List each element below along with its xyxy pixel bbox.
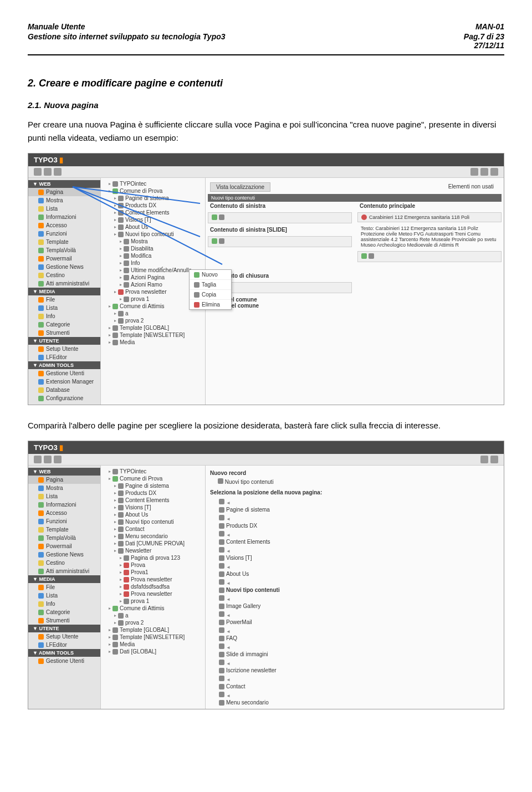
- tree-item[interactable]: ▸prova 2: [103, 317, 203, 324]
- insert-arrow-icon[interactable]: [226, 612, 232, 616]
- context-menu-item[interactable]: Nuovo: [190, 270, 231, 280]
- module-item[interactable]: File: [28, 583, 100, 591]
- select-page-item[interactable]: Contact: [208, 682, 502, 691]
- insert-arrow-icon[interactable]: [226, 532, 232, 536]
- module-group[interactable]: ▼ ADMIN TOOLS: [28, 361, 100, 369]
- module-item[interactable]: TemplaVoilà: [28, 534, 100, 542]
- tree-item[interactable]: ▸About Us: [103, 511, 203, 518]
- tree-item[interactable]: ▸Prova newsletter: [103, 590, 203, 597]
- module-item[interactable]: Informazioni: [28, 500, 100, 509]
- module-group[interactable]: ▼ UTENTE: [28, 625, 100, 632]
- context-menu-item[interactable]: Elimina: [190, 300, 231, 309]
- expand-icon[interactable]: ▸: [114, 311, 116, 316]
- select-page-item[interactable]: Visions [T]: [208, 554, 502, 562]
- expand-icon[interactable]: ▸: [114, 527, 116, 532]
- module-item[interactable]: LFEditor: [28, 353, 100, 361]
- insert-arrow-icon[interactable]: [226, 515, 232, 520]
- expand-icon[interactable]: ▸: [120, 275, 122, 280]
- content-block[interactable]: [357, 251, 502, 262]
- tree-item[interactable]: ▸Azioni Pagina▸: [103, 274, 203, 281]
- module-group[interactable]: ▼ UTENTE: [28, 337, 100, 345]
- expand-icon[interactable]: ▸: [109, 649, 111, 654]
- module-item[interactable]: Lista: [28, 304, 100, 312]
- insert-position[interactable]: [208, 562, 502, 570]
- module-item[interactable]: Strumenti: [28, 616, 100, 625]
- tree-item[interactable]: ▸Azioni Ramo▸: [103, 281, 203, 288]
- insert-position[interactable]: [208, 546, 502, 554]
- expand-icon[interactable]: ▸: [114, 512, 116, 517]
- tree-item[interactable]: ▸Prova1: [103, 569, 203, 576]
- tree-item[interactable]: ▸Disabilita: [103, 245, 203, 252]
- toolbar-icon[interactable]: [34, 168, 42, 176]
- module-group[interactable]: ▼ WEB: [28, 468, 100, 476]
- expand-icon[interactable]: ▸: [120, 563, 122, 568]
- insert-position[interactable]: [208, 594, 502, 602]
- insert-arrow-icon[interactable]: [226, 580, 232, 584]
- content-block[interactable]: [208, 212, 352, 223]
- plus-icon[interactable]: [212, 214, 217, 220]
- toolbar-icon[interactable]: [54, 456, 62, 463]
- tree-item[interactable]: ▸prova 1: [103, 597, 203, 605]
- tree-item[interactable]: ▸dsfafdsdfsadfsa: [103, 583, 203, 590]
- expand-icon[interactable]: ▸: [120, 577, 122, 582]
- toolbar-icon[interactable]: [54, 168, 62, 176]
- module-item[interactable]: Accesso: [28, 509, 100, 517]
- expand-icon[interactable]: ▸: [114, 483, 116, 488]
- module-item[interactable]: TemplaVoilà: [28, 246, 100, 254]
- expand-icon[interactable]: ▸: [114, 613, 116, 618]
- tree-item[interactable]: ▸Template [GLOBAL]: [103, 324, 203, 331]
- module-item[interactable]: Info: [28, 600, 100, 608]
- toolbar-icon[interactable]: [490, 168, 498, 176]
- module-item[interactable]: Gestione Utenti: [28, 657, 100, 665]
- tree-item[interactable]: ▸Prova: [103, 561, 203, 569]
- select-page-item[interactable]: About Us: [208, 570, 502, 578]
- select-page-item[interactable]: Content Elements: [208, 538, 502, 546]
- module-group[interactable]: ▼ WEB: [28, 180, 100, 188]
- insert-arrow-icon[interactable]: [226, 499, 232, 504]
- select-page-item[interactable]: Menu secondario: [208, 698, 502, 707]
- insert-position[interactable]: [208, 498, 502, 505]
- module-item[interactable]: Funzioni: [28, 229, 100, 238]
- expand-icon[interactable]: ▸: [120, 282, 122, 287]
- select-page-item[interactable]: Products DX: [208, 522, 502, 530]
- toolbar-icon[interactable]: [480, 456, 488, 463]
- tab-unused[interactable]: Elementi non usati: [443, 182, 499, 192]
- expand-icon[interactable]: ▸: [120, 297, 122, 302]
- module-item[interactable]: Setup Utente: [28, 345, 100, 353]
- module-group[interactable]: ▼ MEDIA: [28, 288, 100, 295]
- expand-icon[interactable]: ▸: [120, 268, 122, 273]
- tree-item[interactable]: ▸Pagina di prova 123: [103, 554, 203, 561]
- expand-icon[interactable]: ▸: [114, 210, 116, 215]
- expand-icon[interactable]: ▸: [109, 606, 111, 611]
- module-item[interactable]: Strumenti: [28, 329, 100, 337]
- expand-icon[interactable]: ▸: [120, 239, 122, 244]
- expand-icon[interactable]: ▸: [114, 498, 116, 503]
- tree-item[interactable]: ▸Menu secondario: [103, 533, 203, 540]
- expand-icon[interactable]: ▸: [109, 469, 111, 474]
- module-item[interactable]: Gestione News: [28, 550, 100, 559]
- toolbar-icon[interactable]: [470, 168, 478, 176]
- module-item[interactable]: Mostra: [28, 484, 100, 492]
- expand-icon[interactable]: ▸: [109, 340, 111, 345]
- expand-icon[interactable]: ▸: [120, 599, 122, 604]
- expand-icon[interactable]: ▸: [109, 304, 111, 309]
- expand-icon[interactable]: ▸: [114, 196, 116, 201]
- tree-item[interactable]: ▸Comune di Attimis: [103, 605, 203, 612]
- tree-item[interactable]: ▸TYPOintec: [103, 468, 203, 475]
- module-item[interactable]: Powermail: [28, 254, 100, 263]
- insert-position[interactable]: [208, 658, 502, 666]
- tree-item[interactable]: ▸prova 2: [103, 619, 203, 626]
- insert-arrow-icon[interactable]: [226, 628, 232, 632]
- module-item[interactable]: Cestino: [28, 271, 100, 279]
- module-item[interactable]: Lista: [28, 591, 100, 600]
- tree-item[interactable]: ▸Dati [CUMUNE PROVA]: [103, 540, 203, 547]
- expand-icon[interactable]: ▸: [114, 490, 116, 495]
- tree-item[interactable]: ▸Nuovi tipo contenuti: [103, 231, 203, 238]
- module-item[interactable]: Configurazione: [28, 394, 100, 402]
- expand-icon[interactable]: ▸: [120, 253, 122, 258]
- expand-icon[interactable]: ▸: [114, 203, 116, 208]
- page-icon[interactable]: [219, 238, 224, 244]
- module-item[interactable]: Setup Utente: [28, 632, 100, 641]
- module-item[interactable]: Categorie: [28, 320, 100, 329]
- tree-item[interactable]: ▸Template [NEWSLETTER]: [103, 633, 203, 641]
